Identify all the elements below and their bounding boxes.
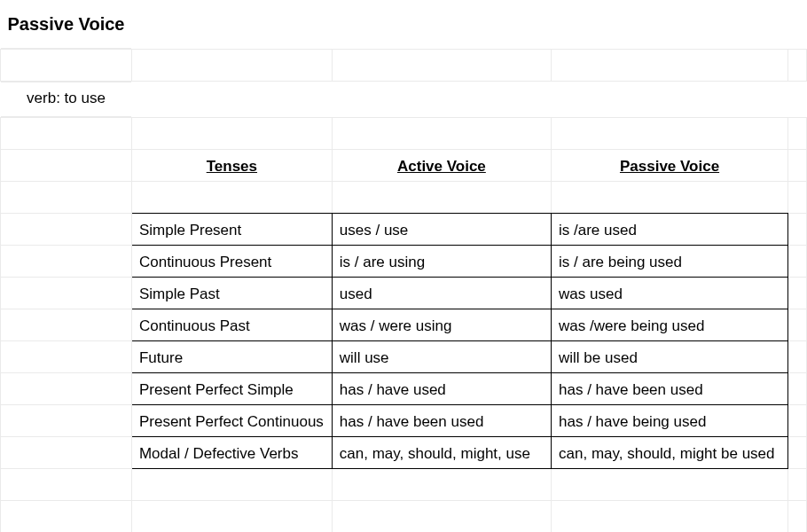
empty-cell: [788, 437, 807, 469]
passive-cell: is / are being used: [552, 246, 788, 278]
empty-cell: [131, 118, 332, 150]
tense-cell: Simple Past: [131, 278, 332, 309]
empty-cell: [1, 278, 132, 309]
empty-cell: [788, 182, 807, 214]
active-cell: has / have been used: [332, 405, 551, 437]
tense-cell: Continuous Past: [131, 309, 332, 341]
empty-cell: [332, 118, 551, 150]
empty-cell: [1, 437, 132, 469]
tense-cell: Modal / Defective Verbs: [131, 437, 332, 469]
empty-cell: [788, 150, 807, 182]
empty-cell: [788, 469, 807, 501]
active-cell: uses / use: [332, 214, 551, 246]
empty-cell: [1, 341, 132, 373]
active-cell: was / were using: [332, 309, 551, 341]
active-cell: is / are using: [332, 246, 551, 278]
passive-cell: will be used: [552, 341, 788, 373]
empty-cell: [332, 182, 551, 214]
active-cell: used: [332, 278, 551, 309]
empty-cell: [1, 150, 132, 182]
empty-cell: [552, 469, 788, 501]
empty-cell: [788, 246, 807, 278]
empty-cell: [788, 501, 807, 533]
tense-cell: Present Perfect Continuous: [131, 405, 332, 437]
empty-cell: [1, 214, 132, 246]
empty-cell: [552, 118, 788, 150]
empty-cell: [788, 214, 807, 246]
tense-cell: Continuous Present: [131, 246, 332, 278]
empty-cell: [131, 469, 332, 501]
empty-cell: [332, 50, 551, 82]
empty-cell: [788, 50, 807, 82]
page-title: Passive Voice: [1, 7, 132, 39]
passive-cell: was used: [552, 278, 788, 309]
empty-cell: [1, 50, 132, 82]
empty-cell: [1, 501, 132, 533]
tense-cell: Present Perfect Simple: [131, 373, 332, 405]
empty-cell: [552, 50, 788, 82]
empty-cell: [788, 118, 807, 150]
column-header-passive: Passive Voice: [552, 150, 788, 182]
passive-cell: has / have been used: [552, 373, 788, 405]
empty-cell: [788, 405, 807, 437]
active-cell: will use: [332, 341, 551, 373]
empty-cell: [788, 341, 807, 373]
tense-cell: Future: [131, 341, 332, 373]
active-cell: can, may, should, might, use: [332, 437, 551, 469]
empty-cell: [131, 50, 332, 82]
column-header-active: Active Voice: [332, 150, 551, 182]
empty-cell: [131, 182, 332, 214]
spreadsheet-grid: Passive Voice verb: to use Tenses Active…: [0, 0, 807, 532]
empty-cell: [552, 182, 788, 214]
empty-cell: [332, 469, 551, 501]
empty-cell: [788, 309, 807, 341]
empty-cell: [1, 246, 132, 278]
empty-cell: [131, 501, 332, 533]
passive-cell: was /were being used: [552, 309, 788, 341]
column-header-tenses: Tenses: [131, 150, 332, 182]
empty-cell: [1, 373, 132, 405]
empty-cell: [1, 405, 132, 437]
empty-cell: [332, 501, 551, 533]
verb-subtitle: verb: to use: [1, 90, 132, 107]
empty-cell: [552, 501, 788, 533]
tense-cell: Simple Present: [131, 214, 332, 246]
passive-cell: has / have being used: [552, 405, 788, 437]
empty-cell: [788, 278, 807, 309]
empty-cell: [1, 118, 132, 150]
empty-cell: [1, 182, 132, 214]
passive-cell: can, may, should, might be used: [552, 437, 788, 469]
empty-cell: [788, 373, 807, 405]
passive-cell: is /are used: [552, 214, 788, 246]
empty-cell: [1, 469, 132, 501]
empty-cell: [1, 309, 132, 341]
active-cell: has / have used: [332, 373, 551, 405]
